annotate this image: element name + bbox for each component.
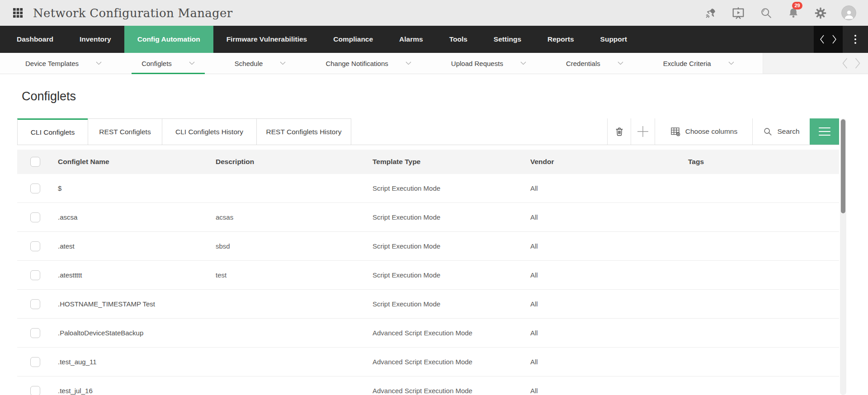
apps-grid-icon[interactable]: [13, 8, 23, 18]
demo-presentation-icon[interactable]: [731, 6, 745, 20]
table-row[interactable]: .atest sbsd Script Execution Mode All: [17, 232, 839, 261]
cell-template-type: Script Execution Mode: [362, 271, 519, 279]
nav-item-config-automation[interactable]: Config Automation: [124, 26, 213, 53]
user-avatar[interactable]: [841, 5, 856, 20]
subnav-item-change-notifications[interactable]: Change Notifications: [306, 53, 431, 74]
tab-rest-configlets-history[interactable]: REST Configlets History: [256, 118, 351, 145]
subnav-label: Schedule: [235, 60, 263, 67]
cell-vendor: All: [519, 184, 677, 192]
row-checkbox[interactable]: [30, 270, 40, 280]
cell-vendor: All: [519, 271, 677, 279]
subnav-item-exclude-criteria[interactable]: Exclude Criteria: [643, 53, 754, 74]
table-row[interactable]: .atesttttt test Script Execution Mode Al…: [17, 261, 839, 290]
nav-item-inventory[interactable]: Inventory: [66, 26, 124, 53]
cell-configlet-name: .HOSTNAME_TIMESTAMP Test: [47, 300, 205, 308]
table-row[interactable]: .HOSTNAME_TIMESTAMP Test Script Executio…: [17, 290, 839, 319]
search-label: Search: [777, 127, 799, 136]
subnav-label: Exclude Criteria: [663, 60, 711, 67]
row-checkbox[interactable]: [30, 212, 40, 222]
subnav-scroll-panel: [763, 53, 868, 74]
cell-vendor: All: [519, 213, 677, 221]
cell-configlet-name: $: [47, 184, 205, 192]
cell-description: test: [205, 271, 362, 279]
nav-item-firmware-vulnerabilities[interactable]: Firmware Vulnerabilities: [213, 26, 321, 53]
tab-cli-configlets[interactable]: CLI Configlets: [17, 118, 88, 145]
column-header-configlet-name[interactable]: Configlet Name: [47, 158, 205, 166]
chevron-down-icon: [280, 61, 286, 65]
cell-description: acsas: [205, 213, 362, 221]
plus-icon: [636, 125, 650, 138]
table-search-button[interactable]: Search: [752, 118, 810, 145]
top-header-bar: Network Configuration Manager: [0, 0, 868, 26]
subnav-item-configlets[interactable]: Configlets: [122, 53, 215, 74]
cell-template-type: Script Execution Mode: [362, 184, 519, 192]
configlet-tabs-toolbar: CLI Configlets REST Configlets CLI Confi…: [17, 118, 839, 145]
column-header-template-type[interactable]: Template Type: [362, 158, 519, 166]
cell-template-type: Script Execution Mode: [362, 300, 519, 308]
cell-vendor: All: [519, 329, 677, 337]
list-view-menu-button[interactable]: [810, 118, 839, 145]
chevron-down-icon: [189, 61, 195, 65]
cell-vendor: All: [519, 358, 677, 366]
column-header-tags[interactable]: Tags: [677, 158, 839, 166]
delete-button[interactable]: [607, 118, 631, 145]
table-row[interactable]: .PaloaltoDeviceStateBackup Advanced Scri…: [17, 319, 839, 348]
nav-scroll-arrows: [814, 26, 843, 53]
chevron-right-icon[interactable]: [854, 57, 861, 69]
search-icon[interactable]: [760, 6, 773, 19]
vertical-scrollbar-track[interactable]: [840, 118, 846, 395]
subnav-item-schedule[interactable]: Schedule: [215, 53, 306, 74]
add-configlet-button[interactable]: [631, 118, 655, 145]
subnav-label: Upload Requests: [451, 60, 503, 67]
table-header-row: Configlet Name Description Template Type…: [17, 150, 839, 174]
row-checkbox[interactable]: [30, 183, 40, 193]
vertical-scrollbar-thumb[interactable]: [841, 119, 845, 213]
nav-item-settings[interactable]: Settings: [481, 26, 534, 53]
nav-overflow-kebab-icon[interactable]: [843, 26, 868, 53]
column-header-vendor[interactable]: Vendor: [519, 158, 677, 166]
notifications-bell-icon[interactable]: 29: [787, 7, 800, 19]
column-header-description[interactable]: Description: [205, 158, 362, 166]
subnav-item-credentials[interactable]: Credentials: [546, 53, 643, 74]
subnav-label: Change Notifications: [326, 60, 388, 67]
cell-configlet-name: .test_aug_11: [47, 358, 205, 366]
cell-template-type: Script Execution Mode: [362, 213, 519, 221]
row-checkbox[interactable]: [30, 328, 40, 338]
chevron-right-icon[interactable]: [832, 35, 837, 44]
chevron-down-icon: [618, 61, 623, 65]
rocket-icon[interactable]: [704, 7, 717, 19]
table-row[interactable]: .ascsa acsas Script Execution Mode All: [17, 203, 839, 232]
tab-rest-configlets[interactable]: REST Configlets: [88, 118, 162, 145]
chevron-left-icon[interactable]: [820, 35, 825, 44]
nav-item-compliance[interactable]: Compliance: [320, 26, 386, 53]
subnav-label: Credentials: [566, 60, 600, 67]
nav-item-dashboard[interactable]: Dashboard: [4, 26, 66, 53]
row-checkbox[interactable]: [30, 299, 40, 309]
chevron-left-icon[interactable]: [842, 57, 848, 69]
nav-item-support[interactable]: Support: [587, 26, 640, 53]
tab-cli-configlets-history[interactable]: CLI Configlets History: [162, 118, 256, 145]
subnav-item-upload-requests[interactable]: Upload Requests: [431, 53, 546, 74]
nav-item-tools[interactable]: Tools: [436, 26, 481, 53]
subnav-label: Configlets: [142, 60, 172, 67]
nav-item-reports[interactable]: Reports: [534, 26, 587, 53]
nav-item-alarms[interactable]: Alarms: [386, 26, 436, 53]
row-checkbox[interactable]: [30, 241, 40, 251]
gear-icon[interactable]: [814, 7, 827, 19]
select-all-checkbox[interactable]: [30, 157, 40, 167]
table-row[interactable]: .test_aug_11 Advanced Script Execution M…: [17, 348, 839, 376]
cell-description: sbsd: [205, 242, 362, 250]
choose-columns-label: Choose columns: [685, 127, 737, 136]
cell-configlet-name: .test_jul_16: [47, 387, 205, 395]
chevron-down-icon: [96, 61, 102, 65]
cell-template-type: Advanced Script Execution Mode: [362, 358, 519, 366]
table-row[interactable]: .test_jul_16 Advanced Script Execution M…: [17, 376, 839, 395]
row-checkbox[interactable]: [30, 386, 40, 395]
subnav-item-device-templates[interactable]: Device Templates: [5, 53, 122, 74]
configlets-table: Configlet Name Description Template Type…: [17, 145, 839, 395]
table-row[interactable]: $ Script Execution Mode All: [17, 174, 839, 203]
chevron-down-icon: [520, 61, 526, 65]
row-checkbox[interactable]: [30, 357, 40, 367]
choose-columns-button[interactable]: Choose columns: [655, 118, 752, 145]
cell-configlet-name: .atesttttt: [47, 271, 205, 279]
